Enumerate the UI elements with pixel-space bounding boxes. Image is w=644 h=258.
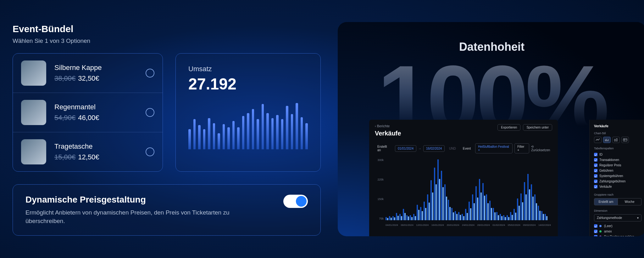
radio-icon[interactable]: [146, 69, 154, 77]
chart-style-line[interactable]: [594, 137, 602, 143]
column-toggle[interactable]: Gebühren: [594, 168, 641, 173]
plus-icon: +: [517, 148, 519, 152]
dynamic-pricing-card: Dynamische Preisgestaltung Ermöglicht An…: [13, 184, 321, 236]
bundle-option[interactable]: Regenmantel 54,90€46,00€: [13, 93, 163, 132]
save-as-button[interactable]: Speichern unter: [523, 124, 552, 131]
product-title: Silberne Kappe: [54, 64, 137, 72]
bundle-option[interactable]: Tragetasche 15,00€12,50€: [13, 132, 163, 171]
dimension-select[interactable]: Zahlungsmethode ▾: [594, 214, 641, 221]
export-button[interactable]: Exportieren: [497, 124, 520, 131]
group-by-segmented[interactable]: Erstellt am Woche: [594, 198, 641, 205]
filter-and: UND: [447, 146, 458, 152]
product-thumb: [21, 60, 46, 86]
report-screenshot: ‹ Berichte Verkäufe Exportieren Speicher…: [369, 120, 558, 236]
dimension-label: Dimension: [594, 209, 641, 212]
product-price: 15,00€12,50€: [54, 153, 137, 161]
report-title: Verkäufe: [375, 130, 552, 137]
revenue-label: Umsatz: [188, 65, 308, 73]
filter-event-label: Event: [460, 146, 474, 152]
product-title: Regenmantel: [54, 103, 137, 111]
column-toggle[interactable]: Regulärer Preis: [594, 163, 641, 168]
column-toggle[interactable]: ID: [594, 152, 641, 157]
product-thumb: [21, 100, 46, 125]
product-thumb: [21, 139, 46, 164]
filter-event-chip[interactable]: Heißluftballon Festival ×: [475, 143, 513, 153]
columns-label: Tabellenspalten: [594, 147, 641, 150]
group-by-label: Gruppiere nach: [594, 193, 641, 196]
column-toggle[interactable]: Zahlungsgebühren: [594, 179, 641, 184]
reset-filters[interactable]: ⟲ Zurücksetzen: [531, 145, 552, 152]
chart-style-stacked-bar[interactable]: [612, 137, 620, 143]
product-price: 54,90€46,00€: [54, 114, 137, 122]
report-chart: 300k225k150k75k 04/01/202408/01/202412/0…: [375, 158, 552, 228]
product-title: Tragetasche: [54, 142, 137, 151]
revenue-value: 27.192: [188, 75, 308, 93]
bundle-heading: Event-Bündel: [13, 24, 321, 34]
filter-date-from[interactable]: 01/01/2024: [395, 145, 416, 152]
bundle-card: Silberne Kappe 38,00€32,50€ Regenmantel …: [13, 53, 163, 172]
dimension-toggle[interactable]: amex: [594, 229, 641, 234]
datenhoheit-panel: Datenhoheit 100% ‹ Berichte Verkäufe Exp…: [338, 22, 644, 236]
radio-icon[interactable]: [146, 147, 154, 156]
dimension-toggle[interactable]: Per Rechnung zahlen: [594, 234, 641, 236]
bundle-subheading: Wählen Sie 1 von 3 Optionen: [13, 37, 321, 44]
column-toggle[interactable]: Systemgebühren: [594, 173, 641, 179]
svg-rect-1: [616, 139, 617, 141]
report-breadcrumb[interactable]: Berichte: [377, 124, 390, 128]
filter-created-label: Erstellt an: [375, 144, 393, 153]
column-toggle[interactable]: Transaktionen: [594, 157, 641, 163]
report-config-sidebar: Verkäufe Chart-Stil Tabellenspalten IDTr…: [589, 120, 644, 236]
dynamic-pricing-desc: Ermöglicht Anbietern von dynamischen Pre…: [25, 209, 246, 225]
bundle-option[interactable]: Silberne Kappe 38,00€32,50€: [13, 54, 163, 93]
column-toggle[interactable]: Verkäufe: [594, 184, 641, 189]
group-by-week[interactable]: Woche: [618, 198, 641, 205]
revenue-card: Umsatz 27.192: [175, 53, 321, 172]
product-price: 38,00€32,50€: [54, 74, 137, 83]
close-icon[interactable]: ×: [478, 148, 480, 152]
chart-style-table[interactable]: [621, 137, 629, 143]
dimension-toggle[interactable]: (Leer): [594, 223, 641, 229]
dynamic-pricing-title: Dynamische Preisgestaltung: [25, 195, 246, 205]
chevron-down-icon: ▾: [637, 216, 639, 220]
svg-rect-0: [614, 139, 615, 141]
chart-style-grouped-bar[interactable]: [603, 137, 611, 143]
radio-icon[interactable]: [146, 108, 154, 117]
sidebar-title: Verkäufe: [594, 124, 641, 128]
add-filter-button[interactable]: Filter +: [514, 143, 529, 153]
chart-style-label: Chart-Stil: [594, 132, 641, 135]
report-filter-bar: Erstellt an 01/01/2024 → 16/02/2024 UND …: [375, 143, 552, 153]
group-by-created[interactable]: Erstellt am: [594, 198, 618, 205]
revenue-chart: [188, 99, 308, 149]
arrow-icon: →: [418, 147, 421, 150]
dynamic-pricing-toggle[interactable]: [283, 195, 308, 208]
filter-date-to[interactable]: 16/02/2024: [423, 145, 445, 152]
